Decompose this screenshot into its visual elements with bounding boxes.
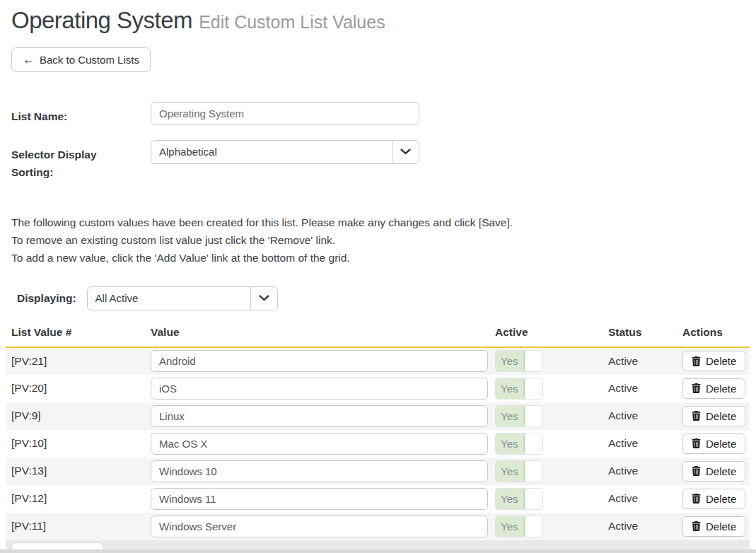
table-row: [PV:13] Yes Active Delete (6, 458, 750, 485)
delete-button[interactable]: Delete (682, 406, 745, 426)
instructions-line-2: To remove an existing custom list value … (11, 231, 756, 249)
value-input[interactable] (151, 460, 488, 482)
back-button-label: Back to Custom Lists (40, 54, 139, 66)
toggle-yes-label: Yes (496, 489, 525, 509)
delete-button[interactable]: Delete (682, 378, 745, 399)
status-text: Active (608, 382, 638, 394)
trash-icon (692, 494, 701, 503)
header-active: Active (495, 322, 608, 347)
active-toggle[interactable]: Yes (495, 350, 543, 372)
table-header-row: List Value # Value Active Status Actions (6, 322, 750, 347)
delete-label: Delete (706, 383, 736, 395)
sorting-select[interactable]: Alphabetical (151, 140, 419, 164)
delete-label: Delete (706, 438, 736, 450)
list-name-label: List Name: (11, 102, 151, 126)
status-text: Active (608, 437, 638, 449)
delete-label: Delete (706, 493, 736, 505)
value-input[interactable] (151, 378, 488, 400)
toggle-yes-label: Yes (496, 516, 525, 537)
delete-button[interactable]: Delete (682, 516, 745, 537)
displaying-filter-row: Displaying: All Active (17, 286, 756, 310)
instructions-line-3: To add a new value, click the 'Add Value… (11, 249, 756, 267)
table-row: [PV:20] Yes Active Delete (6, 375, 750, 402)
delete-label: Delete (706, 410, 736, 422)
list-value-id: [PV:20] (11, 382, 47, 394)
toggle-knob (525, 433, 542, 454)
trash-icon (692, 438, 701, 448)
list-value-id: [PV:21] (11, 355, 47, 367)
delete-button[interactable]: Delete (682, 461, 745, 482)
delete-button[interactable]: Delete (682, 351, 745, 371)
toggle-yes-label: Yes (496, 378, 525, 399)
header-actions: Actions (682, 322, 750, 347)
list-value-id: [PV:11] (11, 520, 46, 532)
displaying-label: Displaying: (17, 292, 76, 305)
active-toggle[interactable]: Yes (495, 378, 543, 400)
displaying-selected-value: All Active (88, 287, 250, 310)
list-name-input[interactable] (151, 102, 419, 125)
toggle-knob (525, 351, 542, 371)
trash-icon (692, 411, 701, 421)
custom-values-table: List Value # Value Active Status Actions… (6, 322, 750, 553)
value-input[interactable] (151, 433, 488, 455)
page-title: Operating System (11, 7, 192, 33)
chevron-down-icon (392, 141, 419, 163)
sorting-selected-value: Alphabetical (151, 141, 392, 163)
delete-label: Delete (706, 355, 736, 367)
list-settings-form: List Name: Selector Display Sorting: Alp… (0, 102, 756, 182)
sorting-row: Selector Display Sorting: Alphabetical (11, 140, 756, 182)
active-toggle[interactable]: Yes (495, 433, 543, 455)
table-row: [PV:12] Yes Active Delete (6, 485, 750, 513)
back-arrow-icon: ← (23, 54, 35, 66)
active-toggle[interactable]: Yes (495, 516, 543, 537)
status-text: Active (608, 355, 638, 367)
active-toggle[interactable]: Yes (495, 488, 543, 510)
toggle-yes-label: Yes (496, 461, 525, 482)
status-text: Active (608, 409, 638, 421)
displaying-select[interactable]: All Active (87, 286, 278, 310)
page-header: Operating SystemEdit Custom List Values (11, 7, 756, 34)
value-input[interactable] (151, 488, 488, 510)
value-input[interactable] (151, 350, 488, 372)
delete-button[interactable]: Delete (682, 489, 745, 509)
header-status: Status (608, 322, 682, 347)
toggle-yes-label: Yes (496, 406, 525, 426)
table-row: [PV:21] Yes Active Delete (6, 347, 750, 375)
page-subtitle: Edit Custom List Values (199, 12, 385, 32)
status-text: Active (608, 465, 638, 477)
instructions-line-1: The following custom values have been cr… (11, 214, 756, 231)
header-list-value-id: List Value # (6, 322, 151, 347)
active-toggle[interactable]: Yes (495, 460, 543, 482)
list-name-row: List Name: (11, 102, 756, 126)
table-row: [PV:10] Yes Active Delete (6, 430, 750, 458)
table-row: [PV:11] Yes Active Delete (6, 513, 750, 540)
toggle-yes-label: Yes (496, 433, 525, 454)
toggle-knob (525, 461, 542, 482)
list-value-id: [PV:13] (11, 465, 47, 477)
toggle-knob (525, 489, 542, 509)
list-value-id: [PV:12] (11, 492, 47, 504)
instructions-text: The following custom values have been cr… (11, 214, 756, 267)
toggle-knob (525, 406, 542, 426)
table-row: [PV:9] Yes Active Delete (6, 402, 750, 430)
trash-icon (692, 466, 701, 476)
status-text: Active (608, 492, 638, 504)
list-value-id: [PV:10] (11, 437, 47, 449)
list-value-id: [PV:9] (11, 409, 41, 421)
header-value: Value (151, 322, 495, 347)
table-body: [PV:21] Yes Active Delete [PV:20] Yes (6, 347, 750, 540)
delete-button[interactable]: Delete (682, 433, 745, 454)
trash-icon (692, 383, 701, 393)
value-input[interactable] (151, 405, 488, 427)
toggle-knob (525, 378, 542, 399)
bottom-divider-bar (0, 549, 756, 553)
toggle-knob (525, 516, 542, 537)
sorting-label: Selector Display Sorting: (11, 140, 151, 182)
delete-label: Delete (706, 520, 736, 532)
value-input[interactable] (151, 516, 488, 537)
chevron-down-icon (250, 287, 277, 310)
back-to-custom-lists-button[interactable]: ← Back to Custom Lists (11, 47, 151, 72)
toggle-yes-label: Yes (496, 351, 525, 371)
delete-label: Delete (706, 465, 736, 477)
active-toggle[interactable]: Yes (495, 405, 543, 427)
